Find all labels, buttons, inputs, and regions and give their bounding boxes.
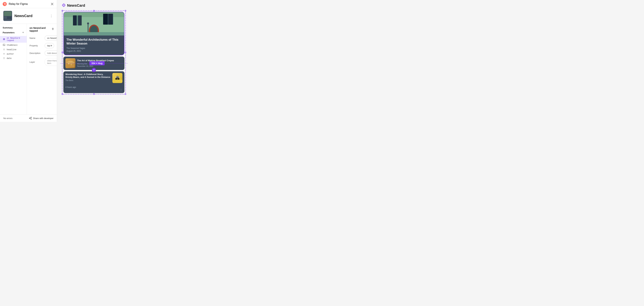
layer-row: Layer view=hero-item	[30, 58, 54, 66]
svg-point-41	[70, 64, 72, 65]
component-title: NewsCard	[14, 14, 32, 18]
small-card-2-author: The Bees	[66, 79, 111, 81]
hero-card[interactable]: The Wonderful Architectures of This Wint…	[64, 12, 124, 55]
small-card-2[interactable]: Wondering Hour: A Childhood Story, Grizz…	[64, 71, 124, 93]
name-input[interactable]	[44, 35, 57, 41]
params-header: Parameters +	[0, 31, 27, 36]
component-header: NewsCard ⋮	[0, 8, 57, 24]
param-item-handler[interactable]: on NewsCard tapped	[0, 36, 27, 43]
svg-point-19	[31, 119, 32, 119]
small-card-2-thumb	[112, 73, 122, 83]
panel-footer: No errors Share with developer	[0, 114, 57, 122]
image-icon	[3, 44, 5, 46]
handle-middle-right	[125, 52, 126, 53]
property-label: Property	[30, 44, 43, 47]
handle-top-left	[62, 10, 63, 11]
share-label: Share with developer	[33, 117, 54, 120]
figma-component-icon	[62, 3, 66, 8]
param-item-headline[interactable]: T headline	[0, 47, 27, 52]
parameters-label: Parameters	[3, 31, 14, 34]
app-name: Relay for Figma	[9, 2, 28, 5]
summary-label: Summary	[0, 26, 27, 31]
name-row: Name	[30, 35, 54, 41]
thumbnail-icon	[3, 44, 5, 46]
small-card-1-date: November 10, 2021	[77, 65, 122, 67]
bee-thumbnail	[112, 73, 122, 83]
param-name-author: author	[7, 53, 14, 55]
thumb-bottom-left	[4, 16, 7, 19]
right-area: NewsCard	[57, 0, 229, 122]
component-thumbnail	[3, 11, 12, 21]
property-select[interactable]: tap-handler press-handler long-press-han…	[44, 43, 54, 48]
hero-author: The Seasonal Sagas	[66, 47, 122, 49]
handle-top-center	[93, 10, 94, 11]
more-options-button[interactable]: ⋮	[49, 13, 54, 18]
form-header: on NewsCard tapped	[30, 26, 54, 32]
food-thumbnail	[66, 58, 76, 68]
close-button[interactable]	[50, 2, 54, 6]
text-icon-author: T	[3, 53, 5, 55]
svg-rect-47	[117, 79, 118, 79]
share-icon	[29, 117, 32, 120]
preview-component-label: NewsCard	[67, 3, 85, 8]
svg-point-42	[68, 61, 73, 62]
plus-badge[interactable]: +	[92, 68, 96, 72]
name-label: Name	[30, 37, 43, 39]
svg-point-3	[4, 39, 4, 39]
svg-rect-50	[112, 80, 122, 83]
small-card-2-content: Wondering Hour: A Childhood Story, Grizz…	[66, 73, 111, 82]
size-badge: 354 × Hug	[90, 61, 105, 65]
newscard-preview: The Wonderful Architectures of This Wint…	[62, 10, 126, 94]
param-item-thumbnail[interactable]: thumbnail	[0, 43, 27, 47]
app-header-left: Relay for Figma	[3, 2, 28, 6]
text-icon-headline: T	[3, 48, 5, 51]
svg-point-0	[3, 2, 7, 6]
delete-button[interactable]	[52, 28, 54, 31]
relay-logo	[3, 2, 7, 6]
thumb-bottom-right	[7, 16, 12, 19]
component-label-row: NewsCard	[62, 3, 85, 8]
svg-point-36	[87, 22, 89, 24]
param-item-author[interactable]: T author	[0, 52, 27, 56]
form-title: on NewsCard tapped	[30, 26, 52, 32]
text-icon-date: T	[3, 57, 5, 60]
property-row: Property tap-handler press-handler long-…	[30, 43, 54, 48]
hero-illustration	[64, 12, 124, 35]
svg-point-18	[29, 118, 30, 119]
share-button[interactable]: Share with developer	[29, 117, 54, 120]
description-input[interactable]	[44, 51, 57, 56]
param-name-thumbnail: thumbnail	[7, 44, 18, 46]
layer-value: view=hero-item	[44, 58, 57, 66]
svg-rect-30	[103, 14, 108, 25]
svg-point-40	[68, 63, 70, 64]
form-panel: on NewsCard tapped Name Pr	[27, 24, 57, 114]
svg-rect-27	[73, 15, 77, 25]
food-icon	[66, 58, 76, 68]
handler-icon	[3, 38, 5, 41]
panel-body: Summary Parameters + on NewsCard tapped	[0, 24, 57, 114]
svg-rect-6	[52, 28, 53, 30]
layer-label: Layer	[30, 61, 43, 63]
handle-middle-left	[62, 52, 63, 53]
svg-rect-37	[64, 32, 124, 35]
svg-line-21	[30, 118, 31, 119]
hero-title: The Wonderful Architectures of This Wint…	[66, 38, 122, 46]
param-name-handler: on NewsCard tapped	[7, 37, 24, 42]
trash-icon	[52, 28, 54, 30]
card-more-button[interactable]: ⋮	[120, 89, 122, 92]
description-label: Description	[30, 52, 43, 54]
svg-rect-28	[78, 15, 82, 25]
property-select-wrapper: tap-handler press-handler long-press-han…	[44, 43, 54, 48]
gear-icon	[3, 38, 5, 40]
diamond-icon	[62, 3, 66, 7]
hero-date: August 25, 2021	[66, 50, 122, 52]
small-card-1[interactable]: 354 × Hug + The Art of Making Breakfast …	[64, 57, 124, 70]
thumb-bottom	[4, 16, 12, 19]
add-parameter-button[interactable]: +	[22, 31, 24, 34]
no-errors-label: No errors	[3, 117, 12, 120]
component-header-left: NewsCard	[3, 11, 32, 21]
handle-top-right	[125, 10, 126, 11]
bee-icon	[112, 73, 122, 83]
param-item-date[interactable]: T date	[0, 56, 27, 61]
small-card-2-title: Wondering Hour: A Childhood Story, Grizz…	[66, 73, 111, 79]
